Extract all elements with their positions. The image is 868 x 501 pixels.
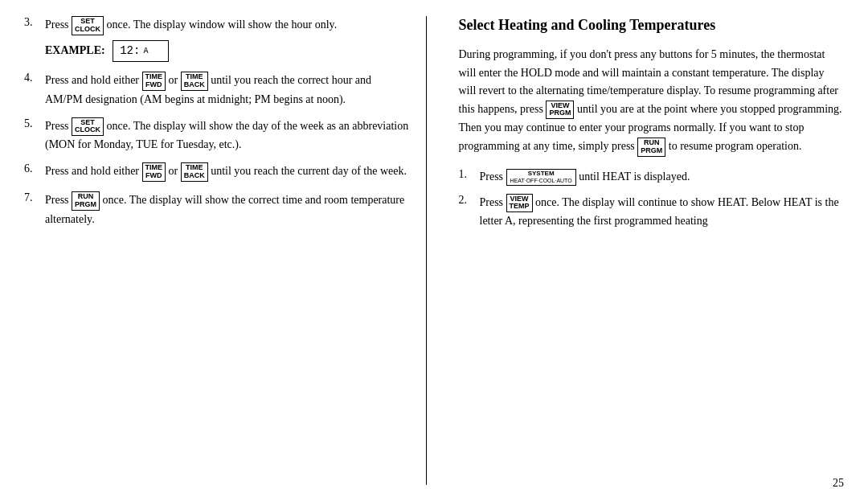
step-5-content: Press SETCLOCK once. The display will sh… bbox=[45, 117, 410, 154]
section-title: Select Heating and Cooling Temperatures bbox=[459, 16, 845, 35]
step-3: 3. Press SETCLOCK once. The display wind… bbox=[24, 16, 410, 62]
right-step-2: 2. Press VIEWTEMP once. The display will… bbox=[459, 194, 845, 230]
run-prgm-button-2[interactable]: RUNPRGM bbox=[637, 138, 665, 157]
step-6-content: Press and hold either TIMEFWD or TIMEBAC… bbox=[45, 162, 410, 182]
example-display: 12: A bbox=[113, 40, 169, 62]
example-label: EXAMPLE: bbox=[45, 44, 105, 56]
step-7-content: Press RUNPRGM once. The display will sho… bbox=[45, 191, 410, 228]
step-3-num: 3. bbox=[24, 16, 40, 29]
right-step-1-content: Press SYSTEMHEAT·OFF·COOL·AUTO until HEA… bbox=[480, 168, 845, 186]
step-6-num: 6. bbox=[24, 162, 40, 175]
system-button[interactable]: SYSTEMHEAT·OFF·COOL·AUTO bbox=[506, 169, 576, 185]
left-column: 3. Press SETCLOCK once. The display wind… bbox=[24, 16, 427, 485]
right-step-2-content: Press VIEWTEMP once. The display will co… bbox=[480, 194, 845, 230]
right-column: Select Heating and Cooling Temperatures … bbox=[451, 16, 845, 485]
run-prgm-button-1[interactable]: RUNPRGM bbox=[72, 191, 100, 211]
right-step-1: 1. Press SYSTEMHEAT·OFF·COOL·AUTO until … bbox=[459, 168, 845, 186]
time-fwd-button-1[interactable]: TIMEFWD bbox=[142, 72, 166, 91]
set-clock-button-2[interactable]: SETCLOCK bbox=[72, 117, 104, 137]
step-3-content: Press SETCLOCK once. The display window … bbox=[45, 16, 410, 62]
step-7-num: 7. bbox=[24, 191, 40, 204]
step-5: 5. Press SETCLOCK once. The display will… bbox=[24, 117, 410, 154]
step-4-num: 4. bbox=[24, 72, 40, 84]
example-r: A bbox=[143, 45, 148, 57]
step-7: 7. Press RUNPRGM once. The display will … bbox=[24, 191, 410, 228]
view-temp-button[interactable]: VIEWTEMP bbox=[506, 194, 533, 213]
right-step-1-num: 1. bbox=[459, 168, 475, 181]
view-prgm-button[interactable]: VIEWPRGM bbox=[546, 101, 574, 120]
step-4: 4. Press and hold either TIMEFWD or TIME… bbox=[24, 72, 410, 108]
set-clock-button-1[interactable]: SETCLOCK bbox=[72, 16, 104, 35]
step-5-num: 5. bbox=[24, 117, 40, 130]
right-para-1: During programming, if you don't press a… bbox=[459, 46, 845, 156]
page-number: 25 bbox=[833, 477, 844, 490]
step-4-content: Press and hold either TIMEFWD or TIMEBAC… bbox=[45, 72, 410, 108]
right-step-2-num: 2. bbox=[459, 194, 475, 207]
step-6: 6. Press and hold either TIMEFWD or TIME… bbox=[24, 162, 410, 182]
time-back-button-1[interactable]: TIMEBACK bbox=[181, 72, 208, 91]
time-fwd-button-2[interactable]: TIMEFWD bbox=[142, 162, 166, 182]
time-back-button-2[interactable]: TIMEBACK bbox=[181, 162, 208, 182]
